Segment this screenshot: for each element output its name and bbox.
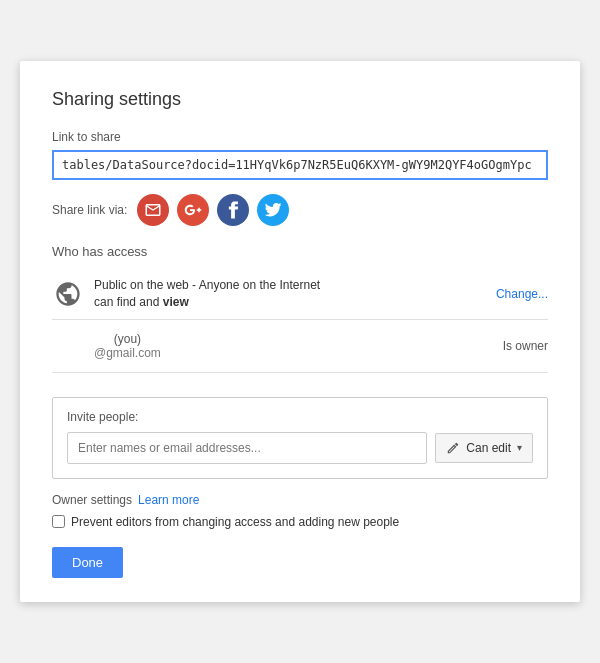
change-link[interactable]: Change... <box>496 287 548 301</box>
can-edit-label: Can edit <box>466 441 511 455</box>
owner-row: (you) @gmail.com Is owner <box>52 320 548 373</box>
public-access-row: Public on the web - Anyone on the Intern… <box>52 269 548 320</box>
link-label: Link to share <box>52 130 548 144</box>
share-icons <box>137 194 289 226</box>
owner-you: (you) <box>94 332 161 346</box>
owner-role: Is owner <box>503 339 548 353</box>
owner-settings-row: Owner settings Learn more <box>52 493 548 507</box>
checkbox-row: Prevent editors from changing access and… <box>52 515 548 529</box>
gmail-icon[interactable] <box>137 194 169 226</box>
public-text-1: Public on the web - Anyone on the Intern… <box>94 278 320 292</box>
public-text-bold: view <box>163 295 189 309</box>
link-input[interactable] <box>52 150 548 180</box>
public-text-2: can find and <box>94 295 163 309</box>
google-plus-icon[interactable] <box>177 194 209 226</box>
owner-settings-text: Owner settings <box>52 493 132 507</box>
share-via-row: Share link via: <box>52 194 548 226</box>
globe-icon <box>52 278 84 310</box>
invite-input[interactable] <box>67 432 427 464</box>
done-button[interactable]: Done <box>52 547 123 578</box>
facebook-icon[interactable] <box>217 194 249 226</box>
owner-email: @gmail.com <box>94 346 161 360</box>
invite-box: Invite people: Can edit ▾ <box>52 397 548 479</box>
learn-more-link[interactable]: Learn more <box>138 493 199 507</box>
sharing-dialog: Sharing settings Link to share Share lin… <box>20 61 580 602</box>
access-row-left: Public on the web - Anyone on the Intern… <box>52 277 320 311</box>
invite-label: Invite people: <box>67 410 533 424</box>
invite-input-row: Can edit ▾ <box>67 432 533 464</box>
owner-info: (you) @gmail.com <box>94 332 161 360</box>
who-access-label: Who has access <box>52 244 548 259</box>
access-text: Public on the web - Anyone on the Intern… <box>94 277 320 311</box>
dropdown-arrow-icon: ▾ <box>517 442 522 453</box>
dialog-title: Sharing settings <box>52 89 548 110</box>
twitter-icon[interactable] <box>257 194 289 226</box>
prevent-label[interactable]: Prevent editors from changing access and… <box>71 515 399 529</box>
share-via-label: Share link via: <box>52 203 127 217</box>
prevent-checkbox[interactable] <box>52 515 65 528</box>
pencil-icon <box>446 441 460 455</box>
can-edit-button[interactable]: Can edit ▾ <box>435 433 533 463</box>
